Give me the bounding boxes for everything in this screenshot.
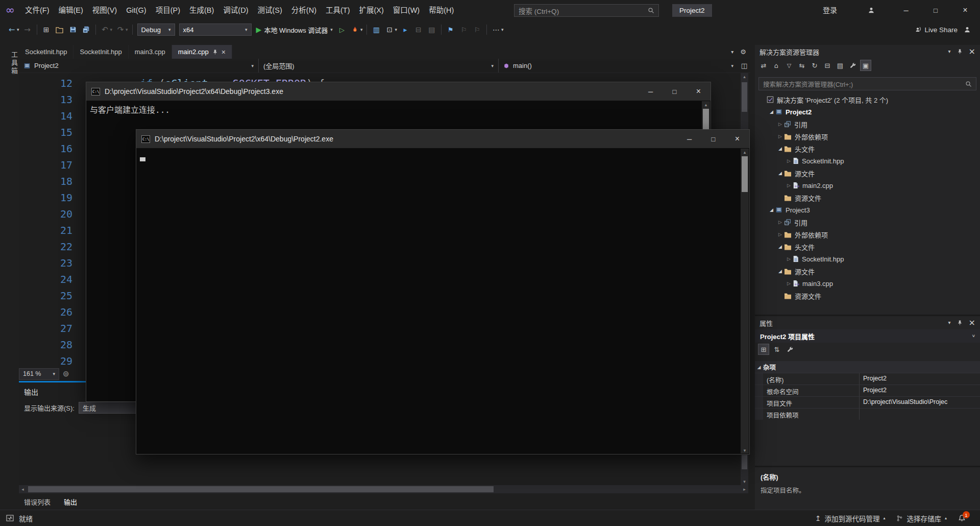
scrollbar-thumb[interactable] [742, 455, 747, 469]
close-icon[interactable]: × [969, 47, 975, 56]
tree-item[interactable]: ◢源文件 [755, 167, 980, 179]
solution-platform-select[interactable]: x64▾ [179, 23, 252, 36]
scroll-down-icon[interactable]: ▾ [741, 447, 749, 453]
quick-search-input[interactable]: 搜索 (Ctrl+Q) [514, 4, 659, 17]
menu-git[interactable]: Git(G) [121, 0, 151, 20]
sync-with-active-document-button[interactable]: ⇆ [796, 60, 807, 71]
tree-item[interactable]: ◢头文件 [755, 241, 980, 253]
property-value[interactable]: Project2 [860, 385, 980, 396]
close-icon[interactable]: × [969, 319, 975, 327]
menu-project[interactable]: 项目(P) [151, 0, 185, 20]
notifications-button[interactable]: 1 [958, 514, 966, 522]
solution-explorer-sync-button[interactable]: ⊡▾ [383, 23, 398, 36]
open-file-button[interactable] [54, 23, 66, 36]
expanded-arrow-icon[interactable]: ◢ [768, 109, 775, 114]
editor-tab-socketinit-hpp[interactable]: SocketInit.hpp [74, 45, 128, 59]
previous-bookmark-button[interactable]: ⚐ [458, 23, 470, 36]
toolbar-options-button[interactable]: ⋯▾ [490, 23, 505, 36]
scroll-up-icon[interactable]: ▴ [702, 101, 710, 108]
tree-item[interactable]: ▷外部依赖项 [755, 228, 980, 241]
menu-file[interactable]: 文件(F) [20, 0, 54, 20]
refresh-button[interactable]: ↻ [809, 60, 820, 71]
tree-item[interactable]: ◢Project3 [755, 204, 980, 216]
close-icon[interactable]: × [222, 48, 226, 56]
property-value[interactable] [860, 409, 980, 420]
properties-object-combo[interactable]: Project2 项目属性 ˅ [755, 329, 980, 343]
scrollbar-thumb[interactable] [742, 82, 747, 112]
menu-edit[interactable]: 编辑(E) [54, 0, 88, 20]
navigate-backward-button[interactable]: ←▾ [6, 23, 20, 36]
collapsed-arrow-icon[interactable]: ▷ [785, 183, 793, 188]
tree-item[interactable]: 资源文件 [755, 290, 980, 302]
expanded-arrow-icon[interactable]: ◢ [776, 171, 784, 176]
toggle-bookmark-button[interactable]: ⚑ [445, 23, 457, 36]
pending-changes-filter-button[interactable]: ▽ [783, 60, 795, 71]
editor-gutter[interactable]: 121314151617181920212223242526272829 [19, 73, 72, 381]
property-value[interactable]: Project2 [860, 373, 980, 385]
show-all-files-button[interactable]: ▤ [835, 60, 846, 71]
close-button[interactable]: × [725, 130, 749, 148]
scroll-left-icon[interactable]: ◂ [19, 485, 27, 493]
properties-button[interactable] [847, 60, 859, 71]
output-horizontal-scrollbar[interactable]: ◂ ▸ [19, 485, 748, 493]
console-scrollbar[interactable]: ▴ ▾ [741, 149, 749, 453]
navbar-project-combo[interactable]: Project2 ▾ [19, 59, 259, 73]
property-row[interactable]: (名称)Project2 [755, 373, 980, 385]
alphabetical-button[interactable]: ⇅ [771, 344, 782, 355]
zoom-level-select[interactable]: 161 % ▾ [19, 368, 59, 380]
tree-item[interactable]: ▷++main3.cpp [755, 277, 980, 290]
collapsed-arrow-icon[interactable]: ▷ [776, 232, 784, 237]
tree-item[interactable]: ▷引用 [755, 216, 980, 228]
scroll-up-icon[interactable]: ▴ [741, 73, 748, 80]
collapsed-arrow-icon[interactable]: ▷ [785, 281, 793, 286]
menu-build[interactable]: 生成(B) [185, 0, 218, 20]
console-window-project2[interactable]: C:\ D:\project\VisualStudio\Project2\x64… [136, 129, 750, 455]
expanded-arrow-icon[interactable]: ◢ [776, 146, 784, 151]
menu-tools[interactable]: 工具(T) [321, 0, 355, 20]
new-item-button[interactable]: ⊞ [40, 23, 53, 36]
pin-icon[interactable] [957, 49, 963, 55]
panel-tab-输出[interactable]: 输出 [59, 497, 82, 507]
tree-item[interactable]: 资源文件 [755, 192, 980, 204]
sign-in-button[interactable]: 登录 [823, 0, 837, 20]
menu-extensions[interactable]: 扩展(X) [355, 0, 388, 20]
editor-tab-main3-cpp[interactable]: main3.cpp [129, 45, 172, 59]
solution-search-input[interactable]: 搜索解决方案资源管理器(Ctrl+;) [758, 77, 976, 90]
project-badge[interactable]: Project2 [672, 4, 712, 17]
collapsed-arrow-icon[interactable]: ▷ [776, 134, 784, 139]
console-title-bar[interactable]: C:\ D:\project\VisualStudio\Project2\x64… [86, 82, 710, 101]
editor-tab-socketinit-hpp[interactable]: SocketInit.hpp [19, 45, 74, 59]
property-row[interactable]: 项目依赖项 [755, 408, 980, 420]
start-debugging-button[interactable]: ▶本地 Windows 调试器▾ [256, 25, 333, 35]
console-title-bar[interactable]: C:\ D:\project\VisualStudio\Project2\x64… [136, 130, 749, 148]
account-icon[interactable] [964, 26, 971, 33]
collapsed-arrow-icon[interactable]: ▷ [776, 220, 784, 225]
collapse-all-button[interactable]: ⊟ [822, 60, 833, 71]
tree-item[interactable]: ▷SocketInit.hpp [755, 155, 980, 167]
tree-item[interactable]: ◢源文件 [755, 265, 980, 277]
tree-item[interactable]: ▷引用 [755, 118, 980, 130]
next-bookmark-button[interactable]: ⚐ [471, 23, 483, 36]
feedback-icon[interactable] [868, 7, 875, 14]
minimize-button[interactable]: ─ [677, 130, 701, 148]
scroll-right-icon[interactable]: ▸ [741, 485, 748, 493]
navbar-scope-combo[interactable]: (全局范围) ▾ [259, 59, 499, 73]
panel-menu-icon[interactable]: ▾ [948, 320, 951, 325]
background-tasks-icon[interactable] [6, 515, 14, 521]
menu-window[interactable]: 窗口(W) [388, 0, 424, 20]
menu-view[interactable]: 视图(V) [88, 0, 121, 20]
menu-test[interactable]: 测试(S) [253, 0, 287, 20]
maximize-button[interactable]: □ [921, 0, 950, 20]
collapsed-arrow-icon[interactable]: ▷ [785, 256, 793, 261]
tab-options-gear-icon[interactable]: ⚙ [740, 49, 746, 55]
minimize-button[interactable]: ─ [639, 82, 663, 101]
editor-tab-main2-cpp[interactable]: main2.cpp× [172, 45, 232, 59]
show-diagnostics-button[interactable]: ▥ [370, 23, 382, 36]
navigate-forward-button[interactable]: → [21, 23, 34, 36]
expanded-arrow-icon[interactable]: ◢ [776, 244, 784, 249]
preview-selected-button[interactable]: ▣ [860, 60, 871, 71]
tree-item[interactable]: ▷++main2.cpp [755, 179, 980, 192]
menu-help[interactable]: 帮助(H) [424, 0, 458, 20]
panel-menu-icon[interactable]: ▾ [948, 49, 951, 54]
start-without-debugging-button[interactable]: ▷ [336, 23, 348, 36]
